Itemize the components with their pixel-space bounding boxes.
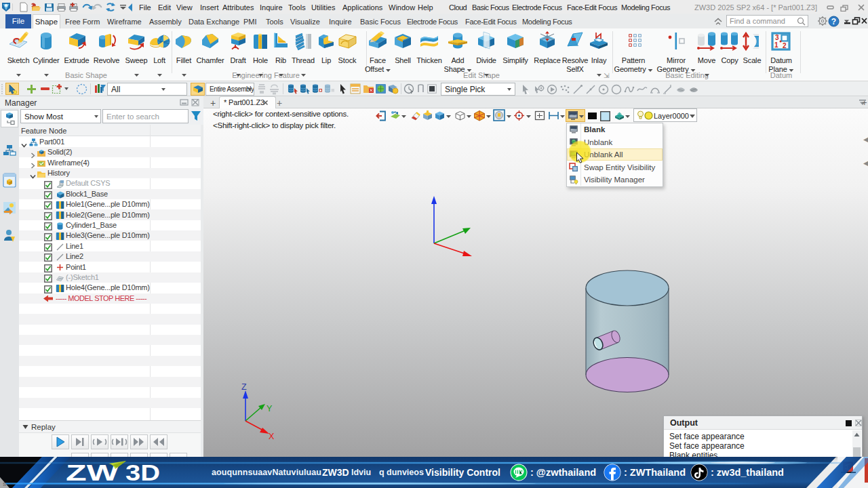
svg-text:S: S — [3, 481, 6, 487]
svg-text:3D: 3D — [125, 460, 160, 485]
svg-text:: zw3d_thailand: : zw3d_thailand — [711, 467, 784, 478]
svg-text:1: 1 — [774, 41, 778, 49]
svg-text:Y: Y — [267, 404, 273, 413]
svg-text:?: ? — [831, 17, 836, 26]
svg-text:3: 3 — [775, 34, 779, 41]
svg-text:2: 2 — [783, 42, 787, 49]
svg-text:: ZWThailand: : ZWThailand — [624, 467, 686, 478]
svg-text:Z: Z — [241, 383, 247, 392]
svg-text:X: X — [269, 432, 275, 441]
svg-text:: @zwthailand: : @zwthailand — [530, 467, 596, 478]
